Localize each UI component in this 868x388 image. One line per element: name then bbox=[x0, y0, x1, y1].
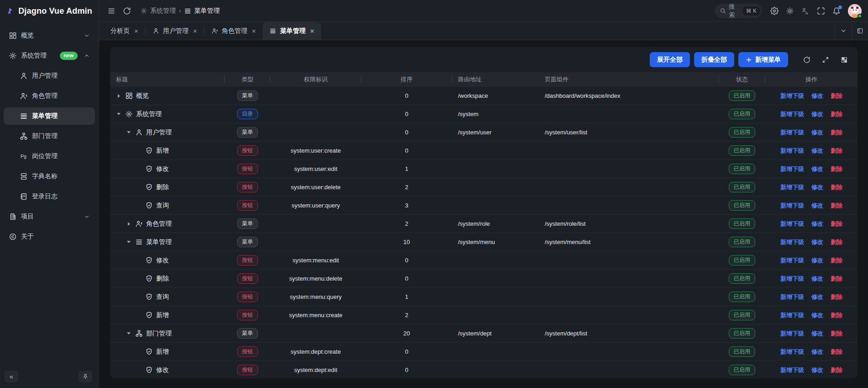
table-refresh-button[interactable] bbox=[800, 53, 814, 67]
sidebar-item-dept[interactable]: 部门管理 bbox=[4, 128, 95, 145]
expand-all-button[interactable]: 展开全部 bbox=[650, 52, 690, 67]
sidebar-item-user[interactable]: 用户管理 bbox=[4, 67, 95, 85]
add-child-link[interactable]: 新增下级 bbox=[780, 110, 804, 118]
sidebar-item-system[interactable]: 系统管理new bbox=[4, 47, 95, 64]
close-tab-icon[interactable]: × bbox=[310, 27, 314, 34]
add-child-link[interactable]: 新增下级 bbox=[780, 311, 804, 319]
refresh-page-button[interactable] bbox=[120, 4, 134, 18]
edit-link[interactable]: 修改 bbox=[811, 366, 823, 374]
add-child-link[interactable]: 新增下级 bbox=[780, 275, 804, 283]
app-logo[interactable]: Djagno Vue Admin bbox=[0, 0, 99, 22]
delete-link[interactable]: 删除 bbox=[831, 110, 842, 118]
tree-caret-right[interactable] bbox=[116, 94, 122, 98]
pin-sidebar-button[interactable] bbox=[79, 371, 92, 383]
add-child-link[interactable]: 新增下级 bbox=[780, 330, 804, 338]
add-child-link[interactable]: 新增下级 bbox=[780, 220, 804, 228]
breadcrumb-separator: › bbox=[179, 7, 181, 14]
settings-button[interactable] bbox=[768, 4, 781, 18]
main-area: 系统管理 › 菜单管理 搜索 ⌘ K bbox=[99, 0, 868, 388]
close-tab-icon[interactable]: × bbox=[193, 27, 197, 34]
delete-link[interactable]: 删除 bbox=[831, 220, 842, 228]
add-child-link[interactable]: 新增下级 bbox=[780, 92, 804, 100]
user-avatar[interactable] bbox=[848, 4, 862, 18]
tree-caret-down[interactable] bbox=[126, 131, 132, 133]
hamburger-menu-button[interactable] bbox=[105, 4, 118, 18]
edit-link[interactable]: 修改 bbox=[811, 110, 823, 118]
fullscreen-button[interactable] bbox=[814, 4, 828, 18]
table-fullscreen-button[interactable] bbox=[818, 53, 833, 67]
sidebar-item-log[interactable]: 登录日志 bbox=[4, 188, 95, 205]
tree-caret-down[interactable] bbox=[116, 113, 122, 115]
edit-link[interactable]: 修改 bbox=[811, 275, 823, 283]
column-settings-button[interactable] bbox=[837, 53, 852, 67]
breadcrumb-item-menu[interactable]: 菜单管理 bbox=[184, 7, 220, 15]
edit-link[interactable]: 修改 bbox=[811, 128, 823, 137]
edit-link[interactable]: 修改 bbox=[811, 330, 823, 338]
delete-link[interactable]: 删除 bbox=[831, 147, 842, 155]
sidebar-item-dict[interactable]: 字典名称 bbox=[4, 168, 95, 185]
edit-link[interactable]: 修改 bbox=[811, 256, 823, 265]
edit-link[interactable]: 修改 bbox=[811, 311, 823, 319]
tab-角色管理[interactable]: 角色管理× bbox=[205, 22, 263, 40]
edit-link[interactable]: 修改 bbox=[811, 293, 823, 301]
add-child-link[interactable]: 新增下级 bbox=[780, 128, 804, 137]
delete-link[interactable]: 删除 bbox=[831, 275, 842, 283]
delete-link[interactable]: 删除 bbox=[831, 183, 842, 191]
content-maximize-button[interactable] bbox=[852, 22, 868, 40]
delete-link[interactable]: 删除 bbox=[831, 128, 842, 137]
tree-caret-down[interactable] bbox=[126, 241, 132, 243]
theme-toggle-button[interactable] bbox=[783, 4, 797, 18]
edit-link[interactable]: 修改 bbox=[811, 147, 823, 155]
sidebar-item-label: 用户管理 bbox=[32, 72, 58, 80]
add-child-link[interactable]: 新增下级 bbox=[780, 147, 804, 155]
add-child-link[interactable]: 新增下级 bbox=[780, 256, 804, 265]
sidebar-item-about[interactable]: 关于 bbox=[4, 228, 95, 245]
breadcrumb-item-system[interactable]: 系统管理 bbox=[140, 7, 176, 15]
delete-link[interactable]: 删除 bbox=[831, 202, 842, 210]
collapse-all-button[interactable]: 折叠全部 bbox=[694, 52, 734, 67]
add-child-link[interactable]: 新增下级 bbox=[780, 183, 804, 191]
add-child-link[interactable]: 新增下级 bbox=[780, 293, 804, 301]
tab-用户管理[interactable]: 用户管理× bbox=[146, 22, 204, 40]
close-tab-icon[interactable]: × bbox=[252, 27, 256, 34]
add-child-link[interactable]: 新增下级 bbox=[780, 348, 804, 356]
delete-link[interactable]: 删除 bbox=[831, 330, 842, 338]
sidebar-item-role[interactable]: 角色管理 bbox=[4, 87, 95, 105]
edit-link[interactable]: 修改 bbox=[811, 348, 823, 356]
tree-caret-right[interactable] bbox=[126, 222, 132, 226]
tab-菜单管理[interactable]: 菜单管理× bbox=[263, 22, 321, 40]
add-child-link[interactable]: 新增下级 bbox=[780, 165, 804, 173]
edit-link[interactable]: 修改 bbox=[811, 202, 823, 210]
tree-caret-down[interactable] bbox=[126, 332, 132, 335]
collapse-sidebar-button[interactable]: « bbox=[5, 371, 18, 383]
delete-link[interactable]: 删除 bbox=[831, 92, 842, 100]
add-child-link[interactable]: 新增下级 bbox=[780, 238, 804, 246]
sidebar-item-project[interactable]: 项目 bbox=[4, 208, 95, 225]
add-menu-button[interactable]: 新增菜单 bbox=[738, 52, 788, 67]
delete-link[interactable]: 删除 bbox=[831, 311, 842, 319]
sidebar-item-overview[interactable]: 概览 bbox=[4, 27, 95, 44]
edit-link[interactable]: 修改 bbox=[811, 165, 823, 173]
cell-title: 菜单管理 bbox=[110, 233, 225, 251]
delete-link[interactable]: 删除 bbox=[831, 348, 842, 356]
language-switch-button[interactable]: 文 A bbox=[799, 4, 812, 18]
close-tab-icon[interactable]: × bbox=[134, 27, 138, 34]
add-child-link[interactable]: 新增下级 bbox=[780, 202, 804, 210]
sidebar-item-menu[interactable]: 菜单管理 bbox=[4, 107, 95, 125]
delete-link[interactable]: 删除 bbox=[831, 238, 842, 246]
notifications-button[interactable] bbox=[830, 4, 843, 18]
delete-link[interactable]: 删除 bbox=[831, 256, 842, 265]
sidebar-item-post[interactable]: Pg岗位管理 bbox=[4, 148, 95, 165]
global-search[interactable]: 搜索 ⌘ K bbox=[715, 4, 762, 18]
edit-link[interactable]: 修改 bbox=[811, 220, 823, 228]
add-child-link[interactable]: 新增下级 bbox=[780, 366, 804, 374]
edit-link[interactable]: 修改 bbox=[811, 238, 823, 246]
edit-link[interactable]: 修改 bbox=[811, 183, 823, 191]
delete-link[interactable]: 删除 bbox=[831, 165, 842, 173]
delete-link[interactable]: 删除 bbox=[831, 366, 842, 374]
tab-list-dropdown-button[interactable] bbox=[835, 22, 852, 40]
tab-分析页[interactable]: 分析页× bbox=[104, 22, 145, 40]
edit-link[interactable]: 修改 bbox=[811, 92, 823, 100]
delete-link[interactable]: 删除 bbox=[831, 293, 842, 301]
column-header-权限标识: 权限标识 bbox=[270, 72, 361, 87]
